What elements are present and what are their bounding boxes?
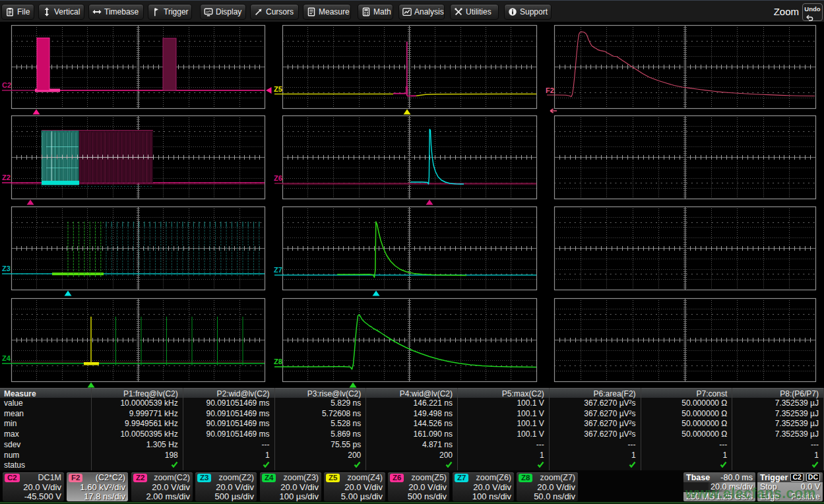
svg-text:Z7: Z7 — [274, 266, 282, 274]
svg-text:Z3: Z3 — [2, 265, 11, 272]
svg-text:Z8: Z8 — [274, 358, 282, 365]
svg-text:Z6: Z6 — [274, 174, 282, 182]
svg-text:Z5: Z5 — [274, 85, 282, 93]
svg-text:Z2: Z2 — [2, 173, 11, 181]
svg-text:Z4: Z4 — [2, 354, 11, 362]
svg-text:F2: F2 — [546, 86, 554, 94]
svg-text:C2: C2 — [2, 81, 11, 89]
